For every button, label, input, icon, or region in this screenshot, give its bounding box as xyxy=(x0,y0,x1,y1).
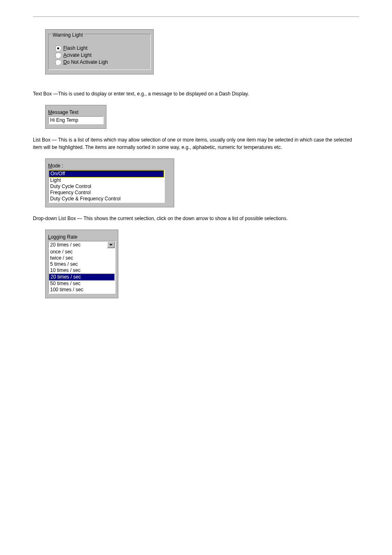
radio-icon xyxy=(55,59,61,65)
message-text-panel: Message Text xyxy=(45,105,106,129)
combo-current-value: 20 times / sec xyxy=(49,242,107,248)
list-item[interactable]: Duty Cycle Control xyxy=(49,183,164,190)
mode-panel: Mode : On/Off Light Duty Cycle Control F… xyxy=(45,158,174,207)
list-item[interactable]: 10 times / sec xyxy=(49,267,115,274)
logging-rate-label: Logging Rate xyxy=(48,234,115,240)
listbox-description: List Box — This is a list of items which… xyxy=(33,136,359,151)
list-item[interactable]: Frequency Control xyxy=(49,190,164,196)
list-item[interactable]: Duty Cycle & Frequency Control xyxy=(49,196,164,202)
warning-light-panel: Warning Light Flash Light Acivate Light … xyxy=(45,29,154,74)
dropdown-description: Drop-down List Box — This shows the curr… xyxy=(33,215,359,222)
radio-icon xyxy=(55,52,61,58)
mode-listbox[interactable]: On/Off Light Duty Cycle Control Frequenc… xyxy=(48,170,165,203)
message-text-label: Message Text xyxy=(48,109,104,115)
list-item[interactable]: Light xyxy=(49,177,164,183)
list-item[interactable]: On/Off xyxy=(49,170,164,177)
logging-rate-combo[interactable]: 20 times / sec xyxy=(48,241,115,249)
page-divider xyxy=(33,16,359,17)
mode-label: Mode : xyxy=(48,163,171,169)
list-item[interactable]: 5 times / sec xyxy=(49,261,115,267)
radio-activate-light[interactable]: Acivate Light xyxy=(55,52,147,58)
chevron-down-icon[interactable] xyxy=(107,242,115,248)
radio-icon xyxy=(55,45,61,51)
warning-light-fieldset: Warning Light Flash Light Acivate Light … xyxy=(48,34,151,70)
textbox-description: Text Box —This is used to display or ent… xyxy=(33,90,359,98)
radio-flash-light[interactable]: Flash Light xyxy=(55,45,147,51)
list-item[interactable]: 50 times / sec xyxy=(49,281,115,287)
warning-light-legend: Warning Light xyxy=(52,32,84,38)
message-text-input[interactable] xyxy=(48,116,104,124)
radio-do-not-activate[interactable]: Do Not Activate Ligh xyxy=(55,59,147,65)
list-item[interactable]: 20 times / sec xyxy=(49,274,115,281)
list-item[interactable]: twice / sec xyxy=(49,255,115,261)
logging-rate-panel: Logging Rate 20 times / sec once / sec t… xyxy=(45,230,118,298)
list-item[interactable]: once / sec xyxy=(49,249,115,255)
logging-rate-options[interactable]: once / sec twice / sec 5 times / sec 10 … xyxy=(48,249,115,294)
list-item[interactable]: 100 times / sec xyxy=(49,287,115,293)
